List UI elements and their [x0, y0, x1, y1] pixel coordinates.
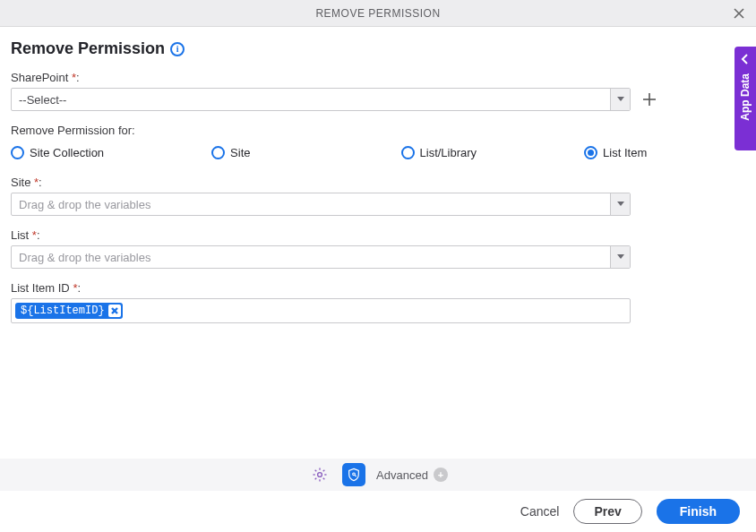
radio-site-collection[interactable]: Site Collection: [11, 146, 104, 159]
dialog-remove-permission: REMOVE PERMISSION App Data Remove Permis…: [0, 0, 756, 532]
x-icon: [110, 306, 119, 315]
sharepoint-select-value: --Select--: [19, 93, 66, 107]
list-input[interactable]: Drag & drop the variables: [11, 245, 631, 269]
settings-button[interactable]: [308, 463, 331, 486]
radio-icon: [401, 146, 415, 159]
chevron-down-icon: [610, 246, 630, 268]
svg-line-11: [315, 470, 317, 472]
cancel-button[interactable]: Cancel: [520, 504, 560, 519]
required-marker: *: [34, 176, 39, 189]
chip-remove-button[interactable]: [108, 305, 121, 317]
field-list-item-id: List Item ID *: ${ListItemID}: [11, 281, 742, 323]
svg-point-6: [318, 473, 322, 477]
svg-line-14: [315, 478, 317, 480]
variable-chip: ${ListItemID}: [15, 303, 123, 319]
svg-line-13: [323, 470, 325, 472]
label-site: Site *:: [11, 176, 742, 189]
shield-icon: [347, 468, 361, 482]
gear-icon: [312, 467, 328, 483]
label-list-item-id: List Item ID *:: [11, 281, 742, 295]
radio-list-library[interactable]: List/Library: [401, 146, 477, 159]
svg-line-12: [323, 478, 325, 480]
advanced-toggle[interactable]: Advanced +: [376, 468, 448, 482]
side-tab-label: App Data: [739, 73, 752, 121]
chevron-down-icon: [610, 89, 630, 110]
radio-label: List/Library: [420, 146, 477, 159]
plus-circle-icon: +: [434, 468, 448, 482]
radio-icon: [11, 146, 24, 159]
prev-button[interactable]: Prev: [573, 499, 641, 524]
radio-label: Site Collection: [30, 146, 104, 159]
security-button[interactable]: [342, 463, 365, 486]
finish-button[interactable]: Finish: [657, 499, 740, 524]
chevron-left-icon: [740, 54, 751, 64]
site-input[interactable]: Drag & drop the variables: [11, 193, 631, 216]
side-tab-app-data[interactable]: App Data: [735, 47, 756, 150]
list-item-id-input[interactable]: ${ListItemID}: [11, 298, 631, 323]
sharepoint-select[interactable]: --Select--: [11, 88, 631, 111]
radio-icon-selected: [584, 146, 597, 159]
field-list: List *: Drag & drop the variables: [11, 228, 742, 269]
close-button[interactable]: [729, 4, 749, 23]
page-title: Remove Permission: [11, 39, 165, 58]
svg-line-16: [355, 475, 357, 476]
required-marker: *: [32, 228, 37, 242]
radio-site[interactable]: Site: [211, 146, 250, 159]
advanced-label: Advanced: [376, 468, 428, 482]
required-marker: *: [73, 281, 77, 295]
radio-label: List Item: [603, 146, 647, 159]
add-sharepoint-button[interactable]: [640, 90, 659, 109]
label-scope: Remove Permission for:: [11, 124, 742, 137]
radio-label: Site: [230, 146, 250, 159]
site-placeholder: Drag & drop the variables: [19, 198, 150, 211]
content-area: Remove Permission i SharePoint *: --Sele…: [0, 27, 756, 323]
plus-icon: [642, 92, 657, 107]
radio-list-item[interactable]: List Item: [584, 146, 647, 159]
field-sharepoint: SharePoint *: --Select--: [11, 71, 742, 111]
bottom-toolbar: Advanced +: [0, 459, 756, 491]
close-icon: [733, 7, 745, 20]
footer: Cancel Prev Finish: [0, 491, 756, 532]
label-list: List *:: [11, 228, 742, 242]
titlebar: REMOVE PERMISSION: [0, 0, 756, 27]
info-icon[interactable]: i: [170, 42, 185, 56]
chevron-down-icon: [610, 193, 630, 215]
radio-group-scope: Site Collection Site List/Library List I…: [11, 146, 742, 159]
required-marker: *: [72, 71, 76, 84]
label-sharepoint: SharePoint *:: [11, 71, 742, 84]
radio-icon: [211, 146, 225, 159]
titlebar-title: REMOVE PERMISSION: [315, 7, 440, 20]
list-placeholder: Drag & drop the variables: [19, 251, 150, 264]
chip-text: ${ListItemID}: [21, 305, 105, 317]
page-title-row: Remove Permission i: [11, 39, 742, 58]
field-site: Site *: Drag & drop the variables: [11, 176, 742, 216]
